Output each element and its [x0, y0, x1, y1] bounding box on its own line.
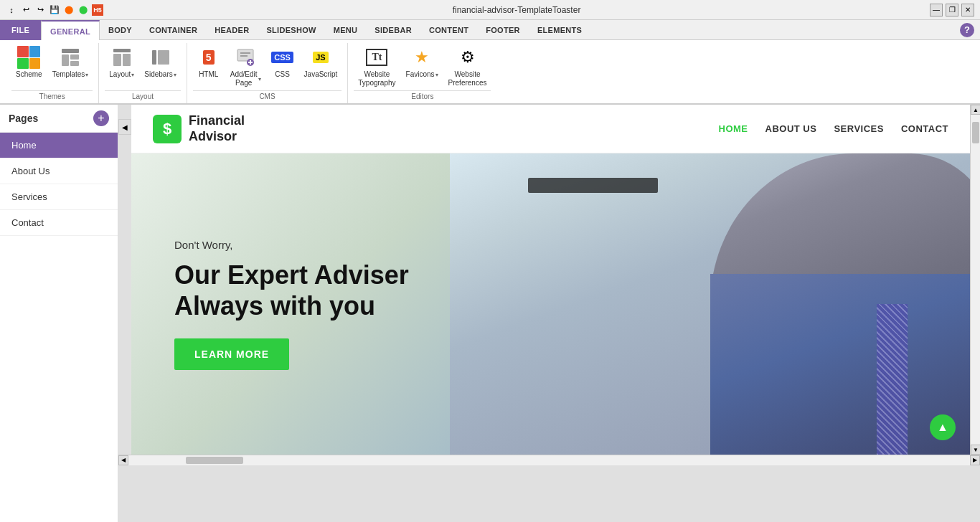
svg-rect-7	[152, 50, 156, 65]
svg-rect-6	[123, 54, 131, 66]
learn-more-button[interactable]: LEARN MORE	[174, 338, 289, 370]
tab-header[interactable]: HEADER	[206, 20, 258, 40]
app-icon-3: ↪	[34, 4, 46, 16]
scheme-button[interactable]: Scheme	[11, 43, 47, 82]
tab-container[interactable]: CONTAINER	[141, 20, 206, 40]
hero-image	[450, 153, 970, 455]
svg-rect-4	[113, 49, 131, 52]
help-button[interactable]: ?	[960, 23, 974, 37]
logo-text: FinancialAdvisor	[189, 113, 245, 144]
tab-file[interactable]: FILE	[0, 20, 41, 40]
restore-button[interactable]: ❐	[946, 4, 958, 16]
hero-title: Our Expert AdviserAlways with you	[174, 260, 409, 321]
favicons-button[interactable]: ★ Favicons ▾	[402, 43, 443, 82]
app-icon-5: ⬤	[63, 4, 75, 16]
sidebar-collapse-button[interactable]: ◀	[118, 119, 131, 135]
js-icon: JS	[309, 46, 332, 69]
svg-rect-3	[70, 61, 79, 66]
preview-with-scroll: $ FinancialAdvisor HOME ABOUT US SERVICE…	[118, 105, 980, 455]
ribbon-group-cms: 5 HTML Add/Edit Page ▾	[187, 43, 349, 103]
ribbon-tabs: FILE GENERAL BODY CONTAINER HEADER SLIDE…	[0, 20, 980, 40]
canvas-with-sidebar: Pages + Home About Us Services Contact ◀…	[0, 105, 980, 522]
preferences-icon: ⚙	[456, 46, 479, 69]
preferences-label: Website Preferences	[448, 70, 487, 87]
canvas-area: ◀ $ FinancialAdvisor HOME ABOUT US SERVI…	[118, 105, 980, 522]
scroll-up-button[interactable]: ▲	[930, 414, 956, 440]
nav-home[interactable]: HOME	[719, 123, 748, 134]
html-label: HTML	[199, 70, 218, 79]
app-icon-2: ↩	[20, 4, 32, 16]
javascript-button[interactable]: JS JavaScript	[300, 43, 342, 82]
ribbon-group-editors: Tt Website Typography ★ Favicons ▾ ⚙ Web…	[348, 43, 496, 103]
tab-body[interactable]: BODY	[100, 20, 141, 40]
css-button[interactable]: CSS CSS	[267, 43, 298, 82]
pages-list: Home About Us Services Contact	[0, 133, 118, 236]
sidebars-icon	[149, 46, 172, 69]
hero-content: Don't Worry, Our Expert AdviserAlways wi…	[131, 239, 452, 370]
preview-frame: $ FinancialAdvisor HOME ABOUT US SERVICE…	[131, 105, 970, 455]
scroll-down-arrow[interactable]: ▼	[971, 445, 980, 455]
vscroll-track	[971, 115, 980, 445]
tab-menu[interactable]: MENU	[325, 20, 367, 40]
page-home[interactable]: Home	[0, 133, 118, 158]
html-button[interactable]: 5 HTML	[193, 43, 225, 82]
sidebars-arrow: ▾	[174, 72, 176, 78]
page-services[interactable]: Services	[0, 184, 118, 210]
themes-items: Scheme Templates ▾	[11, 43, 93, 90]
templates-icon	[59, 46, 82, 69]
favicons-icon: ★	[410, 46, 433, 69]
html5-icon: 5	[197, 46, 220, 69]
tab-general[interactable]: GENERAL	[41, 20, 100, 40]
window-controls: — ❐ ✕	[930, 4, 974, 16]
add-edit-button[interactable]: Add/Edit Page ▾	[226, 43, 265, 90]
add-page-button[interactable]: +	[93, 110, 109, 126]
outer-layout: Pages + Home About Us Services Contact ◀…	[0, 105, 980, 522]
sidebars-button[interactable]: Sidebars ▾	[140, 43, 180, 82]
vscroll-thumb[interactable]	[972, 122, 979, 143]
tab-footer[interactable]: FOOTER	[477, 20, 529, 40]
vertical-scrollbar: ▲ ▼	[970, 105, 980, 455]
ribbon-group-themes: Scheme Templates ▾ Themes	[6, 43, 99, 103]
layout-label: Layout	[109, 70, 131, 79]
title-bar: ↕ ↩ ↪ 💾 ⬤ ⬤ H5 financial-advisor-Templat…	[0, 0, 980, 20]
svg-rect-8	[158, 50, 169, 65]
css-icon: CSS	[271, 46, 294, 69]
svg-rect-5	[113, 54, 121, 66]
tab-elements[interactable]: ELEMENTS	[529, 20, 590, 40]
hscroll-track	[128, 455, 970, 465]
add-edit-label: Add/Edit Page	[230, 70, 258, 87]
app-icon-6: ⬤	[77, 4, 89, 16]
css-badge: CSS	[271, 52, 293, 63]
page-contact[interactable]: Contact	[0, 210, 118, 236]
cms-items: 5 HTML Add/Edit Page ▾	[193, 43, 342, 90]
website-nav: HOME ABOUT US SERVICES CONTACT	[719, 123, 949, 134]
typography-icon: Tt	[365, 46, 388, 69]
css-label: CSS	[275, 70, 290, 79]
tab-sidebar[interactable]: SIDEBAR	[366, 20, 420, 40]
nav-contact[interactable]: CONTACT	[901, 123, 948, 134]
logo-icon: $	[153, 115, 182, 143]
favicons-arrow: ▾	[435, 72, 438, 78]
scroll-right-arrow[interactable]: ▶	[970, 455, 980, 465]
scroll-left-arrow[interactable]: ◀	[118, 455, 128, 465]
preferences-button[interactable]: ⚙ Website Preferences	[444, 43, 491, 90]
templates-button[interactable]: Templates ▾	[48, 43, 93, 82]
js-badge: JS	[313, 52, 328, 63]
svg-rect-0	[62, 49, 79, 53]
hscroll-thumb[interactable]	[186, 457, 243, 464]
nav-about[interactable]: ABOUT US	[765, 123, 817, 134]
layout-group-label: Layout	[105, 90, 181, 103]
nav-services[interactable]: SERVICES	[834, 123, 884, 134]
layout-button[interactable]: Layout ▾	[105, 43, 138, 82]
minimize-button[interactable]: —	[930, 4, 943, 16]
layout-items: Layout ▾ Sidebars ▾	[105, 43, 181, 90]
tab-slideshow[interactable]: SLIDESHOW	[258, 20, 324, 40]
title-bar-left: ↕ ↩ ↪ 💾 ⬤ ⬤ H5	[6, 4, 103, 16]
page-about[interactable]: About Us	[0, 158, 118, 184]
close-button[interactable]: ✕	[961, 4, 974, 16]
typography-button[interactable]: Tt Website Typography	[354, 43, 400, 90]
scroll-up-arrow[interactable]: ▲	[971, 105, 980, 115]
add-edit-icon	[234, 46, 257, 69]
logo: $ FinancialAdvisor	[153, 113, 245, 144]
tab-content[interactable]: CONTENT	[420, 20, 477, 40]
